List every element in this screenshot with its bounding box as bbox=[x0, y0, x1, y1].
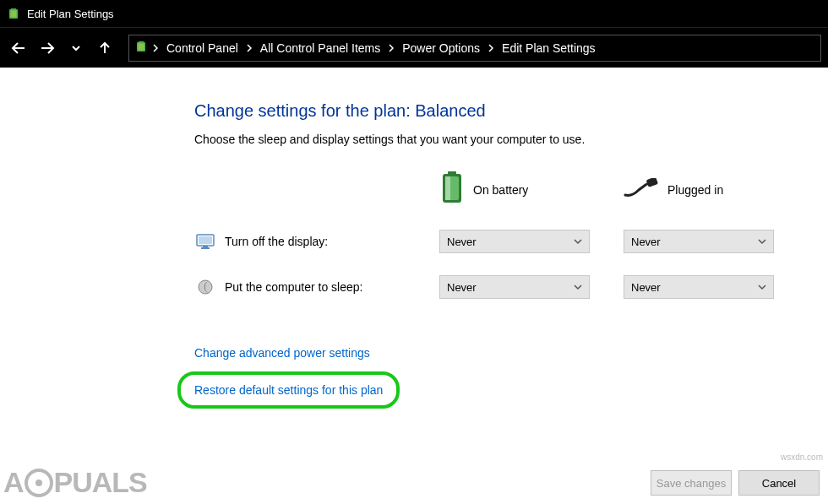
svg-rect-5 bbox=[139, 44, 144, 51]
save-changes-button[interactable]: Save changes bbox=[651, 470, 732, 496]
watermark-prefix: A bbox=[3, 466, 24, 499]
back-button[interactable] bbox=[7, 36, 30, 60]
title-bar: Edit Plan Settings bbox=[0, 0, 828, 27]
breadcrumb-control-panel[interactable]: Control Panel bbox=[163, 40, 242, 57]
chevron-right-icon[interactable] bbox=[487, 44, 495, 52]
battery-app-icon bbox=[134, 40, 148, 56]
chevron-right-icon[interactable] bbox=[387, 44, 395, 52]
sleep-battery-value: Never bbox=[447, 281, 477, 294]
chevron-right-icon[interactable] bbox=[151, 44, 160, 52]
row-sleep: Put the computer to sleep: Never Never bbox=[194, 275, 794, 299]
battery-app-icon bbox=[7, 7, 20, 20]
svg-rect-9 bbox=[445, 176, 450, 200]
target-icon bbox=[25, 469, 53, 497]
column-plugged-in: Plugged in bbox=[667, 183, 723, 197]
page-heading: Change settings for the plan: Balanced bbox=[194, 101, 794, 121]
address-bar[interactable]: Control Panel All Control Panel Items Po… bbox=[128, 35, 821, 62]
nav-bar: Control Panel All Control Panel Items Po… bbox=[0, 27, 828, 68]
content-area: Change settings for the plan: Balanced C… bbox=[0, 68, 828, 397]
watermark-suffix: PUALS bbox=[54, 466, 147, 499]
monitor-icon bbox=[194, 233, 216, 250]
watermark-logo: A PUALS bbox=[3, 466, 147, 499]
sleep-plugged-value: Never bbox=[631, 281, 661, 294]
chevron-down-icon bbox=[574, 281, 582, 294]
chevron-down-icon bbox=[574, 236, 582, 248]
svg-rect-13 bbox=[203, 246, 208, 247]
breadcrumb-all-items[interactable]: All Control Panel Items bbox=[257, 40, 384, 57]
page-subheading: Choose the sleep and display settings th… bbox=[194, 133, 794, 146]
cancel-button[interactable]: Cancel bbox=[738, 470, 820, 496]
chevron-down-icon bbox=[758, 236, 766, 248]
moon-icon bbox=[194, 279, 216, 295]
label-turn-off-display: Turn off the display: bbox=[225, 235, 328, 248]
chevron-down-icon bbox=[758, 281, 766, 294]
svg-point-15 bbox=[199, 280, 212, 294]
display-battery-value: Never bbox=[447, 236, 477, 248]
button-bar: Save changes Cancel bbox=[651, 470, 820, 496]
svg-rect-12 bbox=[199, 236, 212, 244]
window-title: Edit Plan Settings bbox=[27, 8, 114, 20]
link-advanced-settings[interactable]: Change advanced power settings bbox=[194, 346, 370, 360]
column-headers: On battery Plugged in bbox=[194, 171, 794, 208]
breadcrumb-edit-plan[interactable]: Edit Plan Settings bbox=[498, 40, 599, 57]
sleep-battery-select[interactable]: Never bbox=[439, 275, 590, 299]
battery-icon bbox=[439, 171, 465, 208]
up-button[interactable] bbox=[93, 36, 117, 60]
label-sleep: Put the computer to sleep: bbox=[225, 280, 362, 294]
column-on-battery: On battery bbox=[473, 183, 528, 197]
svg-rect-10 bbox=[646, 178, 658, 187]
forward-button[interactable] bbox=[35, 36, 59, 60]
display-battery-select[interactable]: Never bbox=[439, 230, 590, 253]
svg-rect-2 bbox=[11, 11, 17, 18]
chevron-right-icon[interactable] bbox=[245, 44, 253, 52]
display-plugged-select[interactable]: Never bbox=[624, 230, 774, 253]
link-restore-defaults[interactable]: Restore default settings for this plan bbox=[194, 383, 383, 397]
plug-icon bbox=[624, 178, 659, 201]
breadcrumb-power-options[interactable]: Power Options bbox=[399, 40, 483, 57]
watermark-site: wsxdn.com bbox=[781, 453, 823, 462]
svg-rect-14 bbox=[201, 247, 210, 249]
sleep-plugged-select[interactable]: Never bbox=[624, 275, 774, 299]
row-turn-off-display: Turn off the display: Never Never bbox=[194, 230, 794, 253]
display-plugged-value: Never bbox=[631, 236, 661, 248]
recent-dropdown[interactable] bbox=[64, 36, 88, 60]
